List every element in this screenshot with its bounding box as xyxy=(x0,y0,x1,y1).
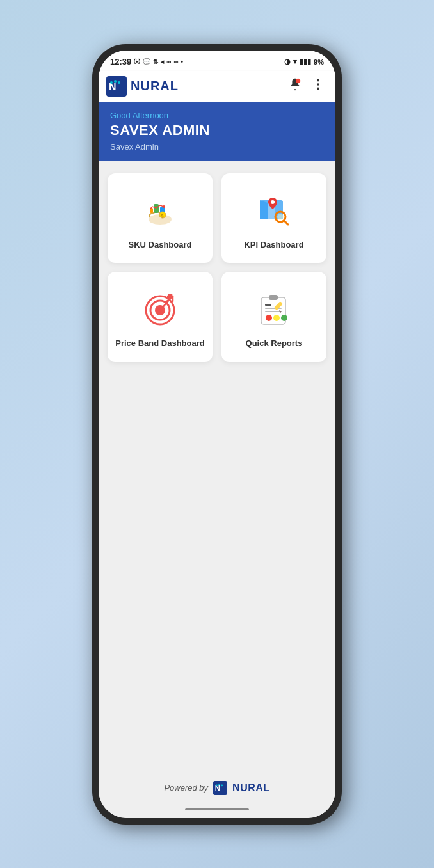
quick-reports-label: Quick Reports xyxy=(246,338,303,349)
user-banner: Good Afternoon SAVEX ADMIN Savex Admin xyxy=(99,102,335,161)
svg-point-4 xyxy=(118,81,120,84)
price-band-icon xyxy=(141,291,179,329)
svg-point-35 xyxy=(281,315,287,321)
quick-reports-icon xyxy=(255,291,293,329)
logo-area: N NURAL xyxy=(106,76,179,97)
more-vertical-icon[interactable] xyxy=(311,77,325,95)
svg-point-23 xyxy=(277,214,284,220)
footer: Powered by N NURAL xyxy=(99,773,335,803)
status-icon-msg: 💬 xyxy=(143,58,150,65)
status-time: 12:39 xyxy=(110,57,131,67)
quick-reports-icon-wrap xyxy=(253,290,294,331)
status-icon-location: ◂ xyxy=(161,58,164,65)
svg-point-20 xyxy=(271,200,275,204)
bell-icon[interactable] xyxy=(288,77,302,95)
svg-point-2 xyxy=(110,81,113,84)
status-icon-whatsapp: 🄦 xyxy=(134,58,140,65)
svg-point-8 xyxy=(317,88,319,90)
footer-logo-icon: N xyxy=(213,781,227,795)
kpi-dashboard-card[interactable]: KPI Dashboard xyxy=(221,173,326,264)
kpi-icon-wrap xyxy=(253,191,294,232)
signal-icon: ▮▮▮ xyxy=(300,58,311,66)
price-band-icon-wrap xyxy=(140,290,181,331)
home-bar xyxy=(185,808,249,810)
status-icon-link1: ∞ xyxy=(166,58,171,65)
svg-point-5 xyxy=(296,79,300,83)
user-name: SAVEX ADMIN xyxy=(110,122,324,139)
wifi-icon: ▾ xyxy=(293,58,297,66)
main-content: $ SKU Dashboard xyxy=(99,161,335,773)
status-left: 12:39 🄦 💬 ⇅ ◂ ∞ ∞ • xyxy=(110,57,183,67)
battery-save-icon: ◑ xyxy=(284,58,291,66)
home-indicator xyxy=(99,803,335,818)
nural-logo-icon: N xyxy=(106,76,127,97)
svg-rect-29 xyxy=(269,295,278,300)
svg-point-40 xyxy=(216,784,218,786)
status-right: ◑ ▾ ▮▮▮ 9% xyxy=(284,58,324,66)
sku-icon: $ xyxy=(141,193,179,231)
app-header: N NURAL xyxy=(99,71,335,102)
svg-rect-32 xyxy=(265,311,282,312)
phone-device: 12:39 🄦 💬 ⇅ ◂ ∞ ∞ • ◑ ▾ ▮▮▮ 9% N xyxy=(92,44,342,825)
battery-text: 9% xyxy=(314,58,324,66)
svg-point-13 xyxy=(163,205,165,208)
svg-text:$: $ xyxy=(161,214,164,219)
kpi-dashboard-label: KPI Dashboard xyxy=(244,240,303,251)
logo-text: NURAL xyxy=(131,79,179,93)
quick-reports-card[interactable]: Quick Reports xyxy=(221,272,326,362)
user-role: Savex Admin xyxy=(110,142,324,152)
status-icon-dot: • xyxy=(181,58,184,65)
svg-point-6 xyxy=(317,79,319,82)
status-icon-link2: ∞ xyxy=(173,58,178,65)
svg-point-34 xyxy=(273,315,280,321)
greeting-text: Good Afternoon xyxy=(110,111,324,120)
svg-point-7 xyxy=(317,83,319,86)
status-icon-transfer: ⇅ xyxy=(153,58,158,65)
svg-rect-30 xyxy=(265,304,271,306)
sku-icon-wrap: $ xyxy=(140,191,181,232)
phone-screen: 12:39 🄦 💬 ⇅ ◂ ∞ ∞ • ◑ ▾ ▮▮▮ 9% N xyxy=(99,51,335,818)
powered-by-text: Powered by xyxy=(164,783,208,793)
price-band-dashboard-card[interactable]: Price Band Dashboard xyxy=(108,272,213,362)
svg-point-42 xyxy=(221,784,223,786)
cards-grid: $ SKU Dashboard xyxy=(108,173,326,363)
svg-rect-10 xyxy=(154,204,159,213)
svg-point-41 xyxy=(218,784,220,785)
sku-dashboard-card[interactable]: $ SKU Dashboard xyxy=(108,173,213,264)
footer-logo-text: NURAL xyxy=(232,782,270,794)
svg-point-3 xyxy=(114,80,117,83)
kpi-icon xyxy=(255,193,293,231)
svg-marker-17 xyxy=(260,200,268,219)
svg-rect-31 xyxy=(265,308,282,309)
price-band-dashboard-label: Price Band Dashboard xyxy=(115,338,204,349)
header-actions xyxy=(288,77,325,95)
svg-point-33 xyxy=(266,315,272,321)
sku-dashboard-label: SKU Dashboard xyxy=(129,240,192,251)
svg-line-22 xyxy=(284,221,288,225)
status-bar: 12:39 🄦 💬 ⇅ ◂ ∞ ∞ • ◑ ▾ ▮▮▮ 9% xyxy=(99,51,335,71)
